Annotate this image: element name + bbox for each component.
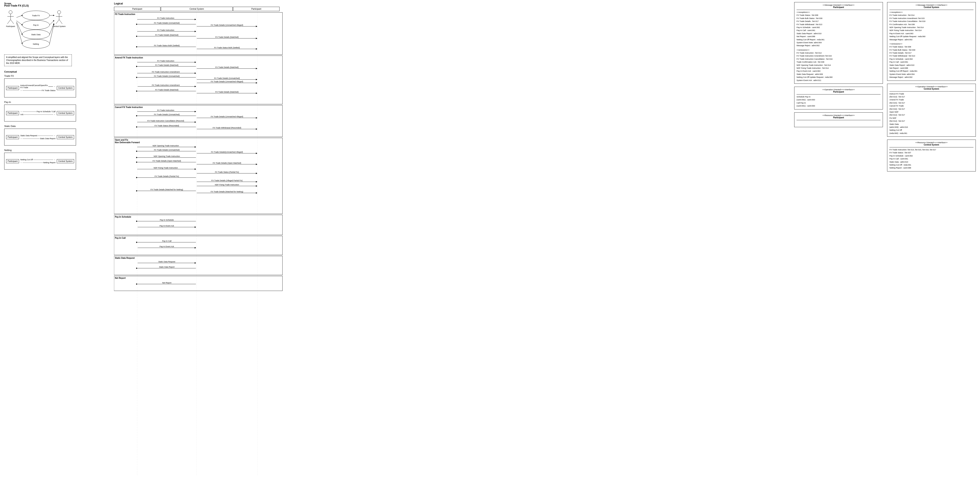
ibox-participant-msg: <<Message Oriented>><<Interface>> Partic… (794, 2, 883, 84)
ibox-central-op: <<Operation Oriented>><<Interface>> Cent… (887, 84, 976, 137)
svg-text:Static Data Request: Static Data Request (115, 257, 135, 259)
trade-fx-arrow1-right: → (54, 86, 56, 87)
svg-line-23 (16, 23, 22, 43)
netting-central: Central System (57, 159, 74, 163)
svg-text:Pay-In Event Ack: Pay-In Event Ack (160, 225, 174, 227)
svg-text:FX Trade Details (Open Matched: FX Trade Details (Open Matched) (213, 162, 241, 164)
scope-label: Scope (4, 2, 76, 5)
svg-text:Participant: Participant (6, 25, 15, 27)
svg-text:FX Trade Details (Unmatched): FX Trade Details (Unmatched) (154, 22, 180, 24)
svg-line-10 (59, 20, 62, 24)
ibox-participant-msg-header: <<Message Oriented>><<Interface>> Partic… (797, 4, 881, 8)
svg-text:FX Trade Instruction: FX Trade Instruction (157, 109, 174, 111)
central-op-body: Instruct FX Trade (fxtr:014) : fxtr:017 … (889, 92, 974, 135)
c-em-1: FX Trade Status : fxtr:008 (889, 45, 974, 48)
static-data-arrow1-label: Static Data Request (20, 135, 37, 137)
c-rec-9: Message Reject : admi:002 (889, 38, 974, 41)
c-op-13: Netting Cut Off (889, 128, 974, 132)
svg-point-0 (9, 11, 12, 14)
svg-text:NDF Opening Trade Instruction: NDF Opening Trade Instruction (153, 145, 179, 147)
svg-text:FX Trade Instruction: FX Trade Instruction (115, 13, 135, 16)
c-res-4: Pay-In Call : camt:061 (889, 157, 974, 160)
c-op-2: (fxtr:014) : fxtr:017 (889, 95, 974, 98)
c-rec-3: FX Trade Instruction Cancellation : fxtr… (889, 20, 974, 23)
svg-text:FX Trade Details (Unmatched Al: FX Trade Details (Unmatched Alleged) (211, 81, 243, 82)
netting-arrow2-label: Netting Report (43, 162, 56, 164)
svg-rect-73 (114, 105, 283, 137)
p-rec-6: Pay-In Call : camt:061 (797, 29, 881, 32)
c-op-14: (reda:060) : reda:061 (889, 132, 974, 135)
c-rec-8: Netting Cut-Off Update Request : reda:06… (889, 35, 974, 38)
scope-svg: Participant Central System Trade FX Pay-… (4, 6, 72, 52)
trade-fx-arrow2-label: FX Trade Status (42, 89, 56, 92)
pay-in-title: Pay-In (4, 101, 76, 103)
participant-msg-receptions-label: <<receptions>> (797, 11, 881, 14)
c-res-6: Netting Cut-Off : reda:061 (889, 163, 974, 166)
participant-msg-name: Participant (797, 6, 881, 8)
c-em-3: FX Trade Details : fxtr:017 (889, 51, 974, 54)
central-msg-body: <<receptions>> FX Trade Instruction : fx… (889, 11, 974, 79)
c-op-7: Open NDF (889, 111, 974, 113)
ibox-central-msg: <<Message Oriented>><<Interface>> Centra… (887, 2, 976, 81)
c-op-11: Static Data (889, 123, 974, 126)
svg-text:NDF Opening Trade Instruction: NDF Opening Trade Instruction (154, 155, 180, 157)
svg-text:FX Trade Details (Open Matched: FX Trade Details (Open Matched) (153, 160, 181, 162)
svg-text:Trade FX: Trade FX (32, 14, 40, 17)
c-res-2: FX Trade Status : fxtr:037 (889, 151, 974, 154)
static-data-arrow2-left: ← (20, 138, 22, 139)
netting-arrow1-label: Netting Cut Off (20, 158, 33, 161)
c-op-8: (fxtr:014) : fxtr:017 (889, 113, 974, 116)
static-data-arrow2-label: Static Data Report (40, 138, 56, 139)
svg-text:Netting: Netting (33, 43, 39, 45)
conceptual-group-netting: Netting Participant Netting Cut Off → ← … (4, 149, 76, 170)
ibox-participant-op-header: <<Operation Oriented>><<Interface>> Part… (797, 89, 881, 93)
c-rec-7: Pay-In Event Ack : camt:063 (889, 32, 974, 35)
p-rec-2: FX Trade Bulk Status : fxtr:030 (797, 17, 881, 20)
c-op-12: (admi:009) : admi:010 (889, 126, 974, 128)
c-res-3: Pay-In Schedule : camt:062 (889, 154, 974, 157)
central-op-stereo: <<Operation Oriented>><<Interface>> (889, 86, 974, 88)
svg-text:Net Report: Net Report (162, 282, 172, 284)
logical-title: Logical (114, 2, 287, 5)
c-res-5: Static Data : admi:010 (889, 160, 974, 163)
ibox-central-msg-header: <<Message Oriented>><<Interface>> Centra… (889, 4, 974, 8)
c-em-5: Pay-In Schedule : camt:062 (889, 57, 974, 60)
pay-in-participant: Participant (6, 111, 19, 115)
central-msg-emissions-label: <<emissions>> (889, 43, 974, 45)
svg-text:Pay-In Call: Pay-In Call (162, 240, 172, 242)
p-rec-1: FX Trade Status : fxtr:008 (797, 14, 881, 17)
svg-text:FX Trade Details (Partial Fix): FX Trade Details (Partial Fix) (154, 175, 179, 177)
trade-fx-arrow2-left: ← (20, 89, 22, 92)
svg-text:Net Report: Net Report (115, 277, 126, 279)
svg-point-6 (57, 11, 61, 14)
static-data-arrow1-right: → (54, 135, 56, 137)
participant-msg-stereo: <<Message Oriented>><<Interface>> (797, 4, 881, 6)
c-op-6: (fxtr:016) : fxtr:017 (889, 108, 974, 111)
logical-lane-headers: Participant Central System Participant (114, 7, 283, 11)
p-em-10: System Event Ack : admi:011 (797, 79, 881, 82)
central-msg-emissions: FX Trade Status : fxtr:008 FX Trade Bulk… (889, 45, 974, 79)
svg-text:Amend FX Trade Instruction: Amend FX Trade Instruction (115, 57, 143, 59)
c-em-2: FX Trade Bulk Status : fxtr:030 (889, 49, 974, 51)
p-em-6: NDF Fixing Trade Instruction : fxtr:014 (797, 67, 881, 70)
svg-line-22 (16, 22, 22, 34)
c-res-7: Netting Report : camt:088 (889, 166, 974, 170)
ibox-central-res: <<Resource Oriented>><<Interface>> Centr… (887, 139, 976, 171)
trade-fx-arrow1-label: Instruct/Amend/Cancel/Open/FixFX Trade (20, 84, 48, 89)
conceptual-group-static-data: Static Data Participant Static Data Requ… (4, 125, 76, 146)
svg-text:Central System: Central System (52, 25, 66, 27)
central-msg-stereo: <<Message Oriented>><<Interface>> (889, 4, 974, 6)
p-em-9: Netting Cut-Off Update Request : reda:06… (797, 76, 881, 79)
svg-line-27 (49, 24, 54, 43)
pay-in-arrow1-label: Pay-In Schedule / Call (37, 111, 56, 113)
central-res-body: FX Trade Instruction: fxtr:014, fxtr:015… (889, 148, 974, 170)
ibox-central-res-header: <<Resource Oriented>><<Interface>> Centr… (889, 141, 974, 146)
right-panels: <<Message Oriented>><<Interface>> Partic… (794, 2, 976, 174)
svg-text:Pay-In Event Ack: Pay-In Event Ack (160, 246, 174, 247)
svg-line-25 (49, 21, 54, 25)
svg-rect-134 (114, 276, 283, 291)
static-data-central: Central System (57, 135, 74, 139)
p-op-1: Schedule Pay-In (797, 95, 881, 98)
p-em-5: NDF Opening Trade Instruction : fxtr:014 (797, 64, 881, 67)
participant-res-stereo: <<Resource Oriented>><<Interface>> (797, 114, 881, 116)
